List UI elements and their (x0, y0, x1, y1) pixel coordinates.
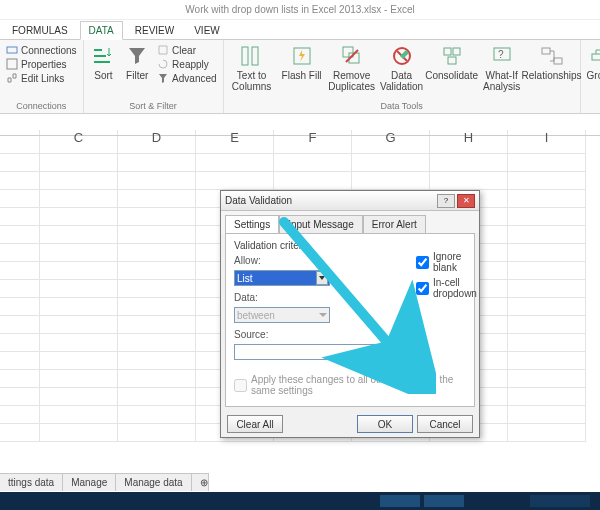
criteria-label: Validation criteria (234, 240, 466, 251)
col-G[interactable]: G (352, 130, 430, 135)
svg-rect-8 (444, 48, 451, 55)
tab-view[interactable]: VIEW (186, 22, 228, 39)
group-outline: Group Ungroup Outline (581, 40, 600, 113)
data-validation-button[interactable]: Data Validation (380, 44, 424, 92)
help-icon[interactable]: ? (437, 194, 455, 208)
col-D[interactable]: D (118, 130, 196, 135)
col-H[interactable]: H (430, 130, 508, 135)
data-label: Data: (234, 292, 270, 303)
consolidate-button[interactable]: Consolidate (430, 44, 474, 92)
sheet-tab[interactable]: ttings data (0, 473, 63, 491)
new-sheet-button[interactable]: ⊕ (191, 473, 209, 491)
group-title: Data Tools (230, 101, 574, 111)
edit-links-item[interactable]: Edit Links (6, 72, 77, 84)
svg-rect-3 (252, 47, 258, 65)
svg-rect-0 (7, 47, 17, 53)
remove-duplicates-button[interactable]: Remove Duplicates (330, 44, 374, 92)
column-headers: C D E F G H I (0, 114, 600, 136)
svg-rect-13 (542, 48, 550, 54)
tab-data[interactable]: DATA (80, 21, 123, 40)
flash-fill-button[interactable]: Flash Fill (280, 44, 324, 92)
svg-rect-9 (453, 48, 460, 55)
dialog-title: Data Validation (225, 195, 292, 206)
whatif-button[interactable]: ? What-If Analysis (480, 44, 524, 92)
clear-all-button[interactable]: Clear All (227, 415, 283, 433)
text-to-columns-button[interactable]: Text to Columns (230, 44, 274, 92)
data-validation-dialog: Data Validation ? ✕ Settings Input Messa… (220, 190, 480, 438)
range-picker-icon[interactable] (387, 346, 401, 358)
sheet-tab[interactable]: Manage data (115, 473, 191, 491)
dialog-body: Validation criteria Allow: List Data: be… (225, 233, 475, 407)
reapply-button[interactable]: Reapply (157, 58, 216, 70)
group-datatools: Text to Columns Flash Fill Remove Duplic… (224, 40, 581, 113)
source-input[interactable] (234, 344, 404, 360)
dialog-tabs: Settings Input Message Error Alert (221, 211, 479, 233)
svg-rect-1 (7, 59, 17, 69)
window-title: Work with drop down lists in Excel 2013.… (0, 0, 600, 20)
source-label: Source: (234, 329, 268, 340)
relationships-button[interactable]: Relationships (530, 44, 574, 92)
sort-button[interactable]: Sort (90, 44, 118, 84)
incell-dropdown-checkbox[interactable]: In-cell dropdown (416, 277, 477, 299)
col-F[interactable]: F (274, 130, 352, 135)
tab-input-message[interactable]: Input Message (279, 215, 363, 233)
col-I[interactable]: I (508, 130, 586, 135)
filter-button[interactable]: Filter (123, 44, 151, 84)
tab-formulas[interactable]: FORMULAS (4, 22, 76, 39)
close-icon[interactable]: ✕ (457, 194, 475, 208)
col-E[interactable]: E (196, 130, 274, 135)
connections-item[interactable]: Connections (6, 44, 77, 56)
allow-dropdown[interactable]: List (234, 270, 330, 286)
clear-button[interactable]: Clear (157, 44, 216, 56)
group-sortfilter: Sort Filter Clear Reapply Advanced Sort … (84, 40, 224, 113)
tab-error-alert[interactable]: Error Alert (363, 215, 426, 233)
col-C[interactable]: C (40, 130, 118, 135)
tab-settings[interactable]: Settings (225, 215, 279, 233)
data-dropdown: between (234, 307, 330, 323)
sheet-tab[interactable]: Manage (62, 473, 116, 491)
group-title: Outline (587, 101, 600, 111)
apply-all-checkbox: Apply these changes to all other cells w… (234, 374, 466, 396)
ignore-blank-checkbox[interactable]: Ignore blank (416, 251, 477, 273)
svg-rect-14 (554, 58, 562, 64)
advanced-button[interactable]: Advanced (157, 72, 216, 84)
ribbon-tabs: FORMULAS DATA REVIEW VIEW (0, 20, 600, 40)
group-title: Sort & Filter (90, 101, 217, 111)
group-button[interactable]: Group (587, 44, 600, 81)
dialog-footer: Clear All OK Cancel (221, 411, 479, 437)
properties-item[interactable]: Properties (6, 58, 77, 70)
svg-rect-15 (592, 54, 600, 60)
svg-rect-10 (448, 57, 456, 64)
taskbar (0, 492, 600, 510)
cancel-button[interactable]: Cancel (417, 415, 473, 433)
group-connections: Connections Properties Edit Links Connec… (0, 40, 84, 113)
ok-button[interactable]: OK (357, 415, 413, 433)
ribbon: Connections Properties Edit Links Connec… (0, 40, 600, 114)
tab-review[interactable]: REVIEW (127, 22, 182, 39)
sheet-tabs: ttings data Manage Manage data ⊕ (0, 472, 209, 492)
svg-rect-2 (242, 47, 248, 65)
svg-rect-17 (390, 349, 398, 355)
dialog-titlebar[interactable]: Data Validation ? ✕ (221, 191, 479, 211)
allow-label: Allow: (234, 255, 270, 266)
group-title: Connections (6, 101, 77, 111)
svg-text:?: ? (498, 49, 504, 60)
